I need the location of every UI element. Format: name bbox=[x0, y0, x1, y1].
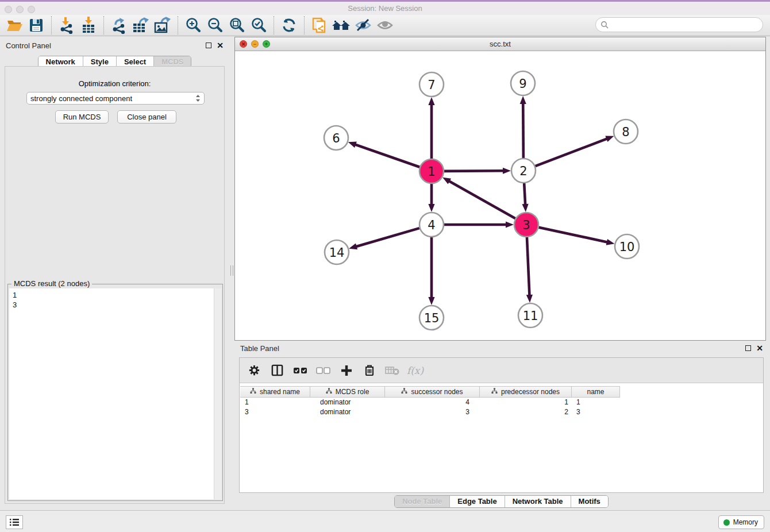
node-table-body: f(x) shared nameMCDS rolesuccessor nodes… bbox=[239, 357, 764, 493]
control-panel-title: Control Panel bbox=[6, 41, 51, 50]
delete-column-trash-icon[interactable] bbox=[361, 363, 377, 378]
save-session-icon[interactable] bbox=[25, 16, 47, 35]
zoom-selected-icon[interactable] bbox=[248, 16, 270, 35]
table-cell[interactable]: dominator bbox=[310, 398, 385, 407]
graph-node-label-6: 6 bbox=[332, 132, 340, 145]
column-header-name[interactable]: name bbox=[572, 386, 620, 398]
graph-edge-4-14[interactable] bbox=[356, 228, 419, 246]
table-tabbar: Node Table Edge Table Network Table Moti… bbox=[394, 495, 609, 508]
network-window-titlebar[interactable]: ✕ − + scc.txt bbox=[235, 37, 765, 51]
table-cell[interactable]: 2 bbox=[480, 407, 572, 417]
graph-edge-arrow-icon bbox=[428, 297, 434, 305]
tab-network-table[interactable]: Network Table bbox=[505, 496, 571, 507]
graph-edge-3-11[interactable] bbox=[527, 237, 530, 296]
import-network-icon[interactable] bbox=[56, 16, 78, 35]
mcds-result-textarea[interactable]: 13 bbox=[9, 288, 221, 499]
mcds-result-group: MCDS result (2 nodes) 13 bbox=[7, 284, 223, 501]
graph-edge-1-2[interactable] bbox=[444, 171, 504, 171]
search-input[interactable] bbox=[609, 19, 763, 30]
column-header-MCDS-role[interactable]: MCDS role bbox=[310, 386, 385, 398]
add-column-icon[interactable] bbox=[338, 363, 354, 378]
memory-button[interactable]: Memory bbox=[718, 515, 764, 529]
table-cell[interactable]: 3 bbox=[240, 407, 310, 417]
table-row[interactable]: 3dominator323 bbox=[240, 407, 620, 417]
table-cell[interactable]: 1 bbox=[480, 398, 572, 407]
criterion-dropdown[interactable]: strongly connected component bbox=[26, 92, 205, 105]
graph-node-label-15: 15 bbox=[424, 311, 440, 325]
open-session-icon[interactable] bbox=[3, 16, 25, 35]
table-panel-close-icon[interactable]: ✕ bbox=[756, 345, 763, 351]
table-cell[interactable]: 1 bbox=[240, 398, 310, 407]
control-panel-float-icon[interactable] bbox=[206, 43, 211, 48]
graph-edge-arrow-icon bbox=[503, 168, 511, 174]
table-options-gear-icon[interactable] bbox=[247, 363, 262, 378]
table-panel: Table Panel ✕ bbox=[233, 342, 770, 510]
refresh-view-icon[interactable] bbox=[278, 16, 300, 35]
clone-network-icon[interactable] bbox=[309, 16, 330, 35]
import-table-icon[interactable] bbox=[78, 16, 99, 35]
delete-table-icon[interactable] bbox=[384, 363, 400, 378]
column-header-shared-name[interactable]: shared name bbox=[240, 386, 310, 398]
deselect-all-checkboxes-icon[interactable] bbox=[315, 363, 331, 378]
show-hidden-eye-icon[interactable] bbox=[374, 16, 396, 35]
toolbar-separator bbox=[274, 16, 274, 34]
toolbar-separator bbox=[103, 16, 104, 34]
column-sort-icon bbox=[250, 388, 256, 396]
control-panel: Control Panel ✕ Network Style Select MCD… bbox=[0, 39, 229, 508]
graph-edge-2-8[interactable] bbox=[536, 138, 608, 166]
task-history-button[interactable] bbox=[6, 515, 23, 529]
search-field[interactable] bbox=[595, 17, 763, 32]
tab-node-table[interactable]: Node Table bbox=[395, 496, 450, 507]
run-mcds-button[interactable]: Run MCDS bbox=[55, 110, 109, 124]
graph-edge-arrow-icon bbox=[348, 142, 357, 148]
table-cell[interactable]: 3 bbox=[572, 407, 620, 417]
export-image-icon[interactable] bbox=[152, 16, 174, 35]
panel-splitter-grip[interactable] bbox=[230, 265, 233, 276]
network-graph-canvas[interactable]: 1234678910111415 bbox=[235, 51, 765, 340]
graph-edge-2-3[interactable] bbox=[524, 183, 525, 205]
graph-node-label-3: 3 bbox=[522, 218, 530, 232]
close-panel-button[interactable]: Close panel bbox=[117, 110, 176, 124]
table-cell[interactable]: 4 bbox=[385, 398, 480, 407]
graph-edge-arrow-icon bbox=[428, 204, 434, 212]
export-network-icon[interactable] bbox=[108, 16, 130, 35]
tab-edge-table[interactable]: Edge Table bbox=[450, 496, 505, 507]
column-sort-icon bbox=[401, 388, 407, 396]
graph-node-label-2: 2 bbox=[519, 164, 527, 178]
table-cell[interactable]: dominator bbox=[310, 407, 385, 417]
toolbar-separator bbox=[178, 16, 178, 34]
graph-edge-3-10[interactable] bbox=[538, 228, 607, 242]
table-row[interactable]: 1dominator411 bbox=[240, 398, 620, 407]
split-columns-icon[interactable] bbox=[270, 363, 285, 378]
tab-motifs[interactable]: Motifs bbox=[571, 496, 608, 507]
control-panel-close-icon[interactable]: ✕ bbox=[217, 43, 224, 48]
graph-edge-arrow-icon bbox=[606, 239, 615, 245]
column-header-predecessor-nodes[interactable]: predecessor nodes bbox=[480, 386, 572, 398]
column-header-successor-nodes[interactable]: successor nodes bbox=[385, 386, 480, 398]
graph-edge-3-1[interactable] bbox=[449, 181, 515, 219]
column-header-label: MCDS role bbox=[336, 388, 369, 396]
column-header-label: name bbox=[587, 388, 604, 396]
mcds-result-lines: 13 bbox=[13, 290, 17, 310]
column-header-label: shared name bbox=[260, 388, 300, 396]
select-all-checkboxes-icon[interactable] bbox=[292, 363, 308, 378]
table-cell[interactable]: 1 bbox=[572, 398, 620, 407]
column-sort-icon bbox=[491, 388, 498, 396]
app-titlebar: Session: New Session bbox=[0, 2, 770, 15]
mcds-panel: Optimization criterion: strongly connect… bbox=[5, 66, 225, 504]
zoom-out-icon[interactable] bbox=[204, 16, 226, 35]
graph-edge-2-9[interactable] bbox=[523, 103, 523, 158]
home-view-icon[interactable] bbox=[330, 16, 352, 35]
result-scrollbar[interactable] bbox=[214, 288, 221, 499]
zoom-in-icon[interactable] bbox=[182, 16, 204, 35]
table-panel-float-icon[interactable] bbox=[745, 345, 751, 351]
node-table: shared nameMCDS rolesuccessor nodesprede… bbox=[240, 386, 620, 417]
hide-selected-eye-slash-icon[interactable] bbox=[352, 16, 374, 35]
criterion-value: strongly connected component bbox=[30, 94, 132, 103]
result-line: 1 bbox=[13, 290, 17, 300]
function-builder-icon[interactable]: f(x) bbox=[407, 363, 423, 378]
export-table-icon[interactable] bbox=[130, 16, 152, 35]
graph-edge-1-6[interactable] bbox=[355, 144, 419, 167]
table-cell[interactable]: 3 bbox=[385, 407, 480, 417]
zoom-fit-icon[interactable] bbox=[226, 16, 248, 35]
